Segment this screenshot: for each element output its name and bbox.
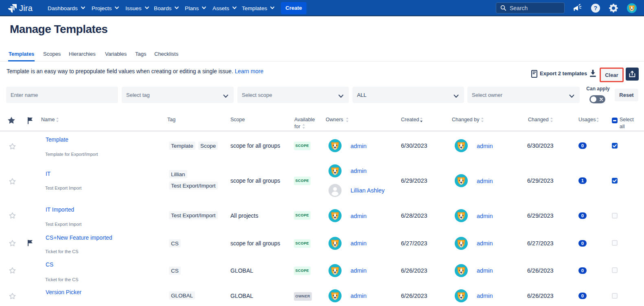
svg-text:?: ? [594, 5, 598, 11]
